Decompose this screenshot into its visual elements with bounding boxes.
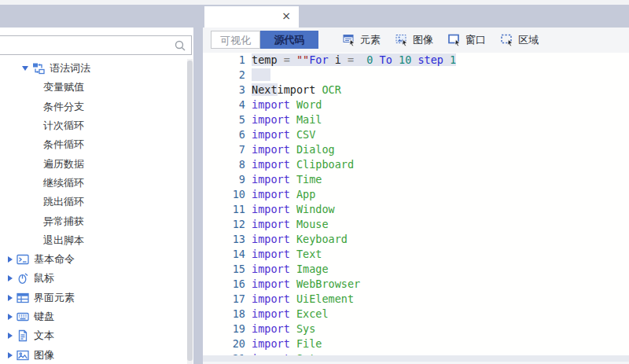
tree-item[interactable]: 计次循环	[0, 116, 186, 135]
tree-item[interactable]: 继续循环	[0, 174, 186, 193]
keyboard-icon	[17, 311, 29, 323]
sidebar-scrollbar-thumb[interactable]	[187, 61, 193, 361]
code-line[interactable]: 19import Sys	[203, 322, 629, 336]
code-text: import Time	[252, 172, 322, 187]
tree-item-label: 语法词法	[50, 61, 90, 75]
tree-item[interactable]: 条件分支	[0, 97, 186, 116]
code-line[interactable]: 13import Keyboard	[203, 232, 629, 247]
code-text: import CSV	[252, 127, 315, 142]
chevron-right-icon[interactable]	[8, 333, 13, 339]
code-text: import Image	[252, 262, 329, 277]
tree-item-label: 条件分支	[43, 100, 84, 114]
search-icon	[174, 39, 186, 52]
tab-close-icon[interactable]: ×	[281, 9, 291, 22]
code-line[interactable]: 12import Mouse	[203, 217, 629, 232]
code-text: import Keyboard	[252, 232, 348, 247]
code-line[interactable]: 14import Text	[203, 247, 629, 262]
code-line[interactable]: 18import Excel	[203, 307, 629, 322]
code-text: import Window	[252, 202, 335, 217]
tree-item-category[interactable]: 图像	[0, 345, 186, 364]
line-number: 11	[203, 202, 245, 217]
chevron-right-icon[interactable]	[8, 314, 13, 320]
code-text	[252, 68, 270, 83]
code-text: import App	[252, 187, 315, 202]
line-number: 6	[203, 127, 245, 142]
code-text: temp = ""For i = 0 To 10 step 1	[252, 53, 456, 68]
editor-tab[interactable]: ×	[204, 6, 299, 28]
command-tree: 语法词法变量赋值条件分支计次循环条件循环遍历数据继续循环跳出循环异常捕获退出脚本…	[0, 59, 186, 364]
tree-item[interactable]: 遍历数据	[0, 154, 186, 173]
code-line[interactable]: 8import Clipboard	[203, 157, 629, 172]
tree-item-label: 鼠标	[34, 271, 54, 285]
tree-item-label: 键盘	[34, 310, 54, 324]
chevron-right-icon[interactable]	[8, 256, 13, 263]
tree-item[interactable]: 变量赋值	[0, 78, 186, 97]
code-text: import WebBrowser	[252, 277, 360, 292]
code-line[interactable]: 6import CSV	[203, 127, 629, 142]
pick-element-button[interactable]: 元素	[343, 33, 381, 47]
picker-group: 元素 图像 窗口 区域	[343, 28, 539, 53]
tree-item-category[interactable]: 基本命令	[0, 250, 186, 269]
code-line[interactable]: 3Nextimport OCR	[203, 83, 629, 97]
terminal-icon	[17, 253, 29, 266]
pick-region-button[interactable]: 区域	[501, 33, 539, 47]
tree-item[interactable]: 跳出循环	[0, 193, 186, 211]
code-editor[interactable]: 1temp = ""For i = 0 To 10 step 12 3Nexti…	[203, 53, 629, 355]
tree-item[interactable]: 条件循环	[0, 135, 186, 154]
code-line[interactable]: 9import Time	[203, 172, 629, 187]
tree-item-category[interactable]: 键盘	[0, 307, 186, 326]
visual-view-button[interactable]: 可视化	[211, 31, 260, 49]
pick-image-button[interactable]: 图像	[395, 33, 433, 47]
sidebar-scrollbar[interactable]	[187, 59, 193, 364]
chevron-right-icon[interactable]	[8, 275, 13, 281]
tree-item[interactable]: 退出脚本	[0, 231, 186, 250]
tree-item-root[interactable]: 语法词法	[0, 59, 186, 78]
tree-item-label: 继续循环	[43, 176, 84, 190]
line-number: 2	[203, 68, 245, 83]
window-top-strip	[0, 0, 629, 5]
code-text: import Excel	[252, 307, 329, 322]
code-text: import Word	[252, 97, 322, 112]
code-line[interactable]: 15import Image	[203, 262, 629, 277]
tree-item-label: 变量赋值	[43, 80, 84, 94]
region-picker-icon	[501, 33, 515, 47]
code-text: import File	[252, 336, 322, 351]
line-number: 18	[203, 307, 245, 322]
search-input[interactable]	[0, 38, 174, 53]
line-number: 20	[203, 336, 245, 351]
line-number: 4	[203, 97, 245, 112]
line-number: 12	[203, 217, 245, 232]
line-number: 17	[203, 292, 245, 307]
code-line[interactable]: 16import WebBrowser	[203, 277, 629, 292]
code-line[interactable]: 5import Mail	[203, 112, 629, 127]
tree-item[interactable]: 异常捕获	[0, 211, 186, 230]
code-line[interactable]: 1temp = ""For i = 0 To 10 step 1	[203, 53, 629, 68]
line-number: 8	[203, 157, 245, 172]
chevron-right-icon[interactable]	[8, 295, 13, 301]
code-line[interactable]: 4import Word	[203, 97, 629, 112]
command-sidebar: 语法词法变量赋值条件分支计次循环条件循环遍历数据继续循环跳出循环异常捕获退出脚本…	[0, 28, 193, 364]
tree-item-category[interactable]: 鼠标	[0, 269, 186, 288]
pick-window-button[interactable]: 窗口	[448, 33, 486, 47]
search-box[interactable]	[0, 35, 192, 55]
editor-hscrollbar[interactable]	[203, 355, 629, 362]
code-line[interactable]: 20import File	[203, 336, 629, 351]
code-line[interactable]: 17import UiElement	[203, 292, 629, 307]
line-number: 7	[203, 142, 245, 157]
source-code-view-button[interactable]: 源代码	[260, 31, 318, 49]
chevron-right-icon[interactable]	[8, 352, 13, 358]
line-number: 19	[203, 322, 245, 336]
chevron-down-icon[interactable]	[22, 66, 28, 71]
code-text: import Dialog	[252, 142, 335, 157]
tree-item-category[interactable]: 文本	[0, 326, 186, 345]
element-picker-icon	[343, 33, 357, 47]
code-line[interactable]: 2	[203, 68, 629, 83]
code-line[interactable]: 10import App	[203, 187, 629, 202]
code-text: import Sys	[252, 322, 315, 336]
tree-item-label: 跳出循环	[43, 195, 84, 209]
tree-item-category[interactable]: 界面元素	[0, 289, 186, 307]
code-line[interactable]: 11import Window	[203, 202, 629, 217]
pick-image-label: 图像	[413, 33, 433, 47]
code-line[interactable]: 7import Dialog	[203, 142, 629, 157]
text-icon	[17, 329, 29, 342]
